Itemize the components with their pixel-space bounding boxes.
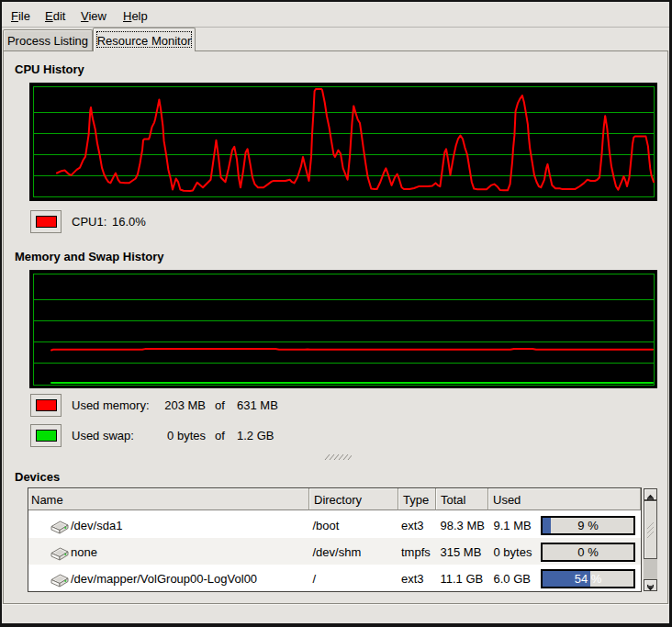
tab-process-listing-label: Process Listing (7, 34, 88, 48)
memory-used-value: 203 MB (138, 399, 206, 412)
device-type: ext3 (401, 573, 424, 586)
device-type: tmpfs (401, 546, 431, 559)
memory-legend-swatch (30, 394, 62, 417)
disk-icon (50, 520, 71, 535)
pane-resize-grip[interactable] (324, 453, 352, 461)
memory-total-value: 631 MB (237, 399, 278, 412)
device-directory: /boot (313, 520, 340, 532)
tab-resource-monitor-label: Resource Monitor (97, 34, 192, 48)
mem-graph-series-0 (51, 349, 653, 351)
scrollbar-up-button[interactable] (644, 488, 657, 500)
memory-swap-history-graph (29, 270, 657, 388)
swap-legend-label: Used swap: (72, 430, 134, 442)
tab-resource-monitor[interactable]: Resource Monitor (93, 28, 196, 51)
device-directory: /dev/shm (313, 546, 362, 559)
device-used: 9.1 MB (494, 520, 532, 532)
device-used: 0 bytes (494, 546, 532, 559)
column-header-type[interactable]: Type (398, 488, 436, 510)
device-used-progressbar: 0 % (541, 543, 635, 562)
devices-title: Devices (15, 471, 60, 484)
swap-legend-color (36, 430, 57, 442)
menu-help[interactable]: Help (123, 9, 148, 24)
memory-legend-color (36, 399, 57, 411)
device-total: 11.1 GB (441, 573, 484, 586)
system-monitor-window: File Edit View Help Process Listing Reso… (0, 0, 672, 627)
device-row-1[interactable]: /dev/sda1/bootext398.3 MB9.1 MB9 % (28, 511, 641, 538)
device-row-2[interactable]: none/dev/shmtmpfs315 MB0 bytes0 % (28, 538, 641, 565)
progressbar-label: 54 % (543, 571, 633, 587)
cpu-legend-value: 16.0% (112, 216, 146, 229)
cpu-legend-label: CPU1: (72, 216, 106, 229)
device-row-3[interactable]: /dev/mapper/VolGroup00-LogVol00/ext311.1… (28, 565, 641, 591)
progressbar-label: 9 % (543, 518, 633, 533)
memory-history-title: Memory and Swap History (15, 251, 164, 263)
swap-total-value: 1.2 GB (237, 430, 274, 442)
device-type: ext3 (401, 520, 424, 532)
column-header-total[interactable]: Total (436, 488, 488, 510)
cpu-legend-swatch (30, 210, 62, 233)
progressbar-label: 0 % (543, 544, 633, 560)
column-header-directory[interactable]: Directory (309, 488, 398, 510)
device-directory: / (313, 573, 317, 586)
cpu-history-graph (29, 83, 657, 201)
device-total: 98.3 MB (441, 520, 485, 532)
tab-process-listing[interactable]: Process Listing (3, 29, 93, 50)
devices-scrollbar[interactable] (644, 488, 657, 591)
menubar: File Edit View Help (2, 2, 669, 28)
swap-legend-swatch (30, 424, 62, 447)
device-used-progressbar: 54 % (541, 569, 635, 588)
swap-used-value: 0 bytes (138, 430, 206, 442)
scrollbar-grip-icon (644, 501, 656, 558)
scrollbar-thumb[interactable] (644, 500, 657, 559)
column-header-used[interactable]: Used (488, 488, 641, 510)
disk-icon (50, 573, 71, 588)
device-used-progressbar: 9 % (541, 516, 635, 535)
menu-edit[interactable]: Edit (45, 9, 65, 24)
disk-icon (50, 546, 71, 562)
device-name: none (71, 546, 97, 559)
menu-file[interactable]: File (11, 9, 30, 24)
arrow-down-icon (644, 583, 656, 593)
cpu-history-title: CPU History (15, 63, 84, 76)
swap-of-label: of (215, 430, 225, 442)
device-used: 6.0 GB (494, 573, 531, 586)
memory-of-label: of (215, 399, 225, 412)
device-name: /dev/mapper/VolGroup00-LogVol00 (71, 573, 257, 586)
device-name: /dev/sda1 (71, 520, 122, 532)
scrollbar-down-button[interactable] (644, 579, 657, 591)
menu-view[interactable]: View (81, 9, 106, 24)
column-header-name[interactable]: Name (28, 488, 309, 510)
device-total: 315 MB (441, 546, 482, 559)
cpu-legend-color (36, 216, 57, 228)
statusbar (2, 604, 669, 623)
